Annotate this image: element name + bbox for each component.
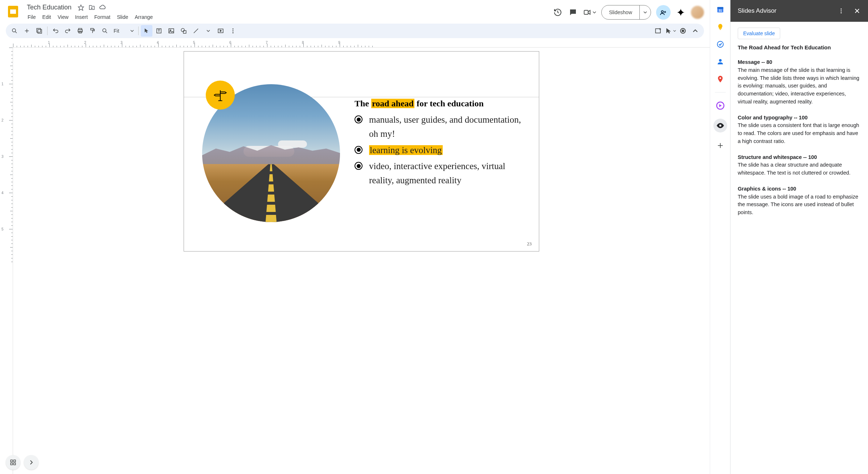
tasks-icon[interactable] xyxy=(716,40,725,49)
bullet-2: learning is evolving xyxy=(355,143,524,158)
menu-bar: File Edit View Insert Format Slide Arran… xyxy=(25,13,548,21)
svg-point-46 xyxy=(719,124,721,127)
redo-icon[interactable] xyxy=(62,25,74,37)
gen-image-icon[interactable] xyxy=(652,25,664,37)
search-menus-icon[interactable] xyxy=(9,25,20,37)
slide-title: The road ahead for tech education xyxy=(355,99,524,109)
advisor-title: Slides Advisor xyxy=(738,7,777,15)
slideshow-dropdown[interactable] xyxy=(639,5,651,19)
contacts-icon[interactable] xyxy=(716,57,725,66)
svg-point-49 xyxy=(841,8,842,9)
svg-rect-41 xyxy=(720,29,721,30)
collapse-toolbar-icon[interactable] xyxy=(689,25,701,37)
bullet-3: video, interactive experiences, virtual … xyxy=(355,159,524,188)
next-slide-button[interactable] xyxy=(24,455,38,470)
meet-icon[interactable] xyxy=(583,7,596,17)
slide[interactable]: The road ahead for tech education manual… xyxy=(184,51,539,252)
slideshow-button: Slideshow xyxy=(601,5,651,20)
svg-point-27 xyxy=(232,30,233,32)
addon-icon[interactable] xyxy=(716,101,725,110)
signpost-icon[interactable] xyxy=(206,81,235,110)
advisor-section-color: Color and typography -- 100 The slide us… xyxy=(738,114,861,146)
advisor-close-icon[interactable] xyxy=(853,7,861,15)
layout-icon[interactable] xyxy=(33,25,45,37)
svg-line-24 xyxy=(194,29,198,33)
transition-icon[interactable] xyxy=(665,25,676,37)
print-icon[interactable] xyxy=(74,25,86,37)
line-icon[interactable] xyxy=(190,25,202,37)
svg-rect-1 xyxy=(10,9,16,14)
svg-text:31: 31 xyxy=(718,9,722,12)
svg-point-44 xyxy=(719,77,721,79)
cloud-saved-icon[interactable] xyxy=(99,4,106,11)
svg-rect-34 xyxy=(11,460,12,462)
more-tools-icon[interactable] xyxy=(227,25,239,37)
menu-file[interactable]: File xyxy=(25,13,39,21)
advisor-slide-title: The Road Ahead for Tech Education xyxy=(738,44,861,50)
menu-format[interactable]: Format xyxy=(91,13,113,21)
menu-view[interactable]: View xyxy=(55,13,71,21)
evaluate-slide-button[interactable]: Evaluate slide xyxy=(738,28,780,39)
history-icon[interactable] xyxy=(553,7,563,17)
svg-point-28 xyxy=(232,32,233,33)
bullet-icon xyxy=(355,146,363,154)
slides-logo[interactable] xyxy=(6,4,20,19)
vertical-ruler: 1 2 3 4 5 xyxy=(0,48,13,474)
svg-point-5 xyxy=(12,29,16,32)
video-icon[interactable] xyxy=(215,25,226,37)
keep-icon[interactable] xyxy=(716,23,725,31)
svg-rect-20 xyxy=(169,29,174,33)
account-avatar[interactable] xyxy=(691,6,704,19)
slideshow-main[interactable]: Slideshow xyxy=(602,5,639,19)
gemini-icon[interactable] xyxy=(676,7,686,17)
share-button[interactable] xyxy=(656,5,671,20)
comments-icon[interactable] xyxy=(568,7,578,17)
svg-rect-23 xyxy=(183,30,186,33)
new-slide-icon[interactable] xyxy=(21,25,33,37)
bullet-1: manuals, user guides, and documentation,… xyxy=(355,113,524,141)
textbox-icon[interactable] xyxy=(153,25,165,37)
slides-advisor-panel: Slides Advisor Evaluate slide The Road A… xyxy=(730,0,868,474)
svg-rect-10 xyxy=(38,29,42,33)
grid-view-button[interactable] xyxy=(6,455,20,470)
toolbar: Fit xyxy=(0,21,710,40)
slides-advisor-icon[interactable] xyxy=(713,119,727,132)
select-tool-icon[interactable] xyxy=(141,25,152,37)
side-panel-rail: 31 xyxy=(710,0,730,474)
document-title[interactable]: Tech Education xyxy=(25,3,74,12)
svg-line-6 xyxy=(15,32,17,33)
shape-icon[interactable] xyxy=(178,25,189,37)
svg-rect-9 xyxy=(37,28,41,32)
record-icon[interactable] xyxy=(677,25,689,37)
line-dropdown-icon[interactable] xyxy=(202,25,214,37)
calendar-icon[interactable]: 31 xyxy=(716,5,725,14)
svg-rect-37 xyxy=(14,463,16,465)
svg-point-15 xyxy=(103,29,106,32)
advisor-section-structure: Structure and whitespace -- 100 The slid… xyxy=(738,154,861,177)
advisor-more-icon[interactable] xyxy=(838,7,845,15)
app-header: Tech Education File Edit View Insert For… xyxy=(0,0,710,21)
svg-point-22 xyxy=(181,28,184,32)
paint-format-icon[interactable] xyxy=(87,25,98,37)
svg-point-4 xyxy=(662,11,664,13)
zoom-level[interactable]: Fit xyxy=(111,28,136,34)
image-icon[interactable] xyxy=(165,25,177,37)
menu-arrange[interactable]: Arrange xyxy=(132,13,156,21)
zoom-icon[interactable] xyxy=(99,25,111,37)
svg-rect-14 xyxy=(91,28,94,30)
menu-insert[interactable]: Insert xyxy=(72,13,91,21)
add-addon-icon[interactable] xyxy=(716,141,725,150)
svg-line-16 xyxy=(106,32,107,33)
svg-point-51 xyxy=(841,12,842,13)
svg-rect-3 xyxy=(584,11,588,15)
svg-rect-35 xyxy=(14,460,16,462)
canvas[interactable]: 1 2 3 4 5 6 7 8 9 1 2 3 4 5 xyxy=(0,40,710,474)
menu-slide[interactable]: Slide xyxy=(114,13,131,21)
menu-edit[interactable]: Edit xyxy=(40,13,54,21)
undo-icon[interactable] xyxy=(50,25,61,37)
maps-icon[interactable] xyxy=(716,75,725,83)
slide-text-block[interactable]: The road ahead for tech education manual… xyxy=(355,99,524,190)
svg-point-31 xyxy=(682,30,684,32)
move-icon[interactable] xyxy=(88,4,95,11)
star-icon[interactable] xyxy=(77,4,85,11)
